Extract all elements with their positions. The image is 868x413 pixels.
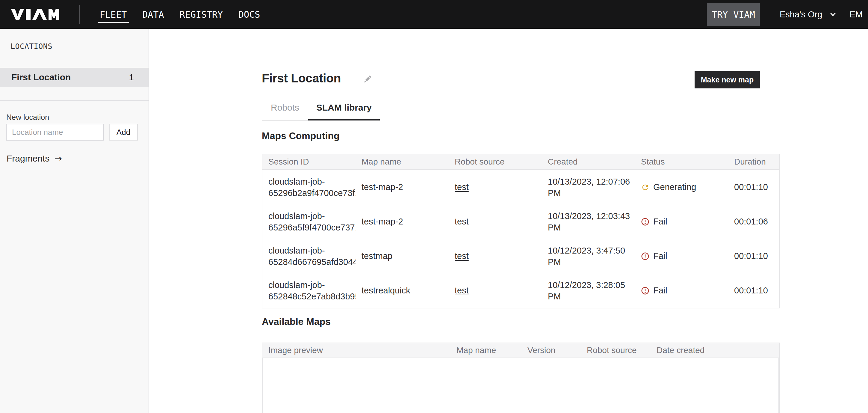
available-maps-table: Image preview Map name Version Robot sou… [262, 343, 780, 413]
status-label: Fail [653, 217, 667, 227]
chevron-down-icon [830, 12, 836, 17]
page-title: First Location [262, 71, 341, 85]
cell-status: Fail [635, 286, 728, 296]
nav-fleet[interactable]: FLEET [100, 0, 127, 29]
cell-status: Fail [635, 217, 728, 227]
available-maps-heading: Available Maps [262, 316, 780, 327]
cell-session-id: cloudslam-job-65296a5f9f4700ce7371e10a [262, 210, 355, 233]
sidebar-item-first-location[interactable]: First Location 1 [0, 68, 149, 87]
col-status: Status [635, 157, 728, 167]
page-title-row: First Location Make new map [262, 69, 780, 88]
table-row: cloudslam-job-65296a5f9f4700ce7371e10a t… [262, 204, 779, 239]
robot-source-link[interactable]: test [455, 251, 469, 261]
robot-source-link[interactable]: test [455, 286, 469, 295]
tab-slam-library[interactable]: SLAM library [308, 102, 380, 120]
cell-status: Fail [635, 251, 728, 261]
cell-map-name: testrealquick [355, 286, 449, 296]
make-new-map-button[interactable]: Make new map [694, 71, 760, 88]
col-robot-source: Robot source [581, 346, 651, 355]
robot-source-link[interactable]: test [455, 182, 469, 192]
table-row: cloudslam-job-65296b2a9f4700ce73f1e10b t… [262, 170, 779, 204]
col-session-id: Session ID [262, 157, 355, 167]
add-location-button[interactable]: Add [109, 124, 138, 141]
nav-registry[interactable]: REGISTRY [180, 0, 223, 29]
nav-docs[interactable]: DOCS [239, 0, 260, 29]
locations-section-label: LOCATIONS [10, 42, 149, 51]
main-panel: First Location Make new map Robots SLAM … [149, 29, 868, 413]
fail-alert-icon [641, 287, 649, 295]
table-row: cloudslam-job-652848c52e7ab8d3b95ebf7a t… [262, 273, 779, 308]
arrow-right-icon: → [54, 153, 62, 164]
viam-logo[interactable] [11, 9, 59, 20]
cell-session-id: cloudslam-job-65284d667695afd30441f5e8 [262, 245, 355, 268]
org-switcher[interactable]: Esha's Org [780, 9, 836, 20]
col-map-name: Map name [355, 157, 449, 167]
nav-data[interactable]: DATA [142, 0, 164, 29]
col-date-created: Date created [651, 346, 779, 355]
robot-source-link[interactable]: test [455, 217, 469, 226]
cell-map-name: testmap [355, 251, 449, 261]
maps-computing-table-header: Session ID Map name Robot source Created… [262, 154, 779, 170]
cell-created: 10/12/2023, 3:47:50 PM [542, 245, 635, 268]
status-label: Generating [653, 182, 696, 192]
cell-duration: 00:01:10 [728, 286, 779, 296]
table-row: cloudslam-job-65284d667695afd30441f5e8 t… [262, 239, 779, 273]
cell-duration: 00:01:10 [728, 251, 779, 261]
org-name: Esha's Org [780, 9, 823, 20]
col-image-preview: Image preview [262, 346, 451, 355]
location-name: First Location [11, 72, 71, 82]
available-maps-empty-body [262, 358, 779, 413]
col-robot-source: Robot source [449, 157, 542, 167]
col-duration: Duration [728, 157, 779, 167]
cell-map-name: test-map-2 [355, 217, 449, 227]
locations-sidebar: LOCATIONS First Location 1 New location … [0, 29, 149, 413]
fail-alert-icon [641, 252, 649, 261]
maps-computing-heading: Maps Computing [262, 130, 780, 142]
location-tabs: Robots SLAM library [262, 102, 780, 120]
fragments-link[interactable]: Fragments → [7, 153, 149, 164]
sidebar-divider [0, 100, 149, 101]
col-created: Created [542, 157, 635, 167]
maps-computing-table: Session ID Map name Robot source Created… [262, 154, 780, 308]
fragments-label: Fragments [7, 153, 50, 164]
location-robot-count: 1 [129, 72, 134, 82]
new-location-form: Add [6, 124, 149, 141]
cell-session-id: cloudslam-job-652848c52e7ab8d3b95ebf7a [262, 279, 355, 302]
cell-session-id: cloudslam-job-65296b2a9f4700ce73f1e10b [262, 176, 355, 199]
topbar-divider [79, 5, 80, 24]
cell-map-name: test-map-2 [355, 182, 449, 192]
status-label: Fail [653, 286, 667, 296]
generating-spinner-icon [641, 183, 649, 191]
available-maps-table-header: Image preview Map name Version Robot sou… [262, 343, 779, 358]
new-location-label: New location [6, 113, 149, 122]
user-avatar-initials[interactable]: EM [850, 9, 863, 20]
col-version: Version [522, 346, 581, 355]
top-header-bar: FLEET DATA REGISTRY DOCS TRY VIAM Esha's… [0, 0, 868, 29]
location-name-input[interactable] [6, 124, 104, 141]
fail-alert-icon [641, 217, 649, 226]
cell-duration: 00:01:06 [728, 217, 779, 227]
edit-location-name-icon[interactable] [364, 74, 371, 83]
cell-created: 10/13/2023, 12:03:43 PM [542, 210, 635, 233]
cell-created: 10/12/2023, 3:28:05 PM [542, 279, 635, 302]
tab-robots[interactable]: Robots [262, 102, 308, 120]
primary-nav: FLEET DATA REGISTRY DOCS [100, 0, 260, 29]
col-map-name: Map name [451, 346, 522, 355]
try-viam-button[interactable]: TRY VIAM [707, 3, 760, 26]
status-label: Fail [653, 251, 667, 261]
cell-duration: 00:01:10 [728, 182, 779, 192]
cell-created: 10/13/2023, 12:07:06 PM [542, 176, 635, 199]
cell-status: Generating [635, 182, 728, 192]
